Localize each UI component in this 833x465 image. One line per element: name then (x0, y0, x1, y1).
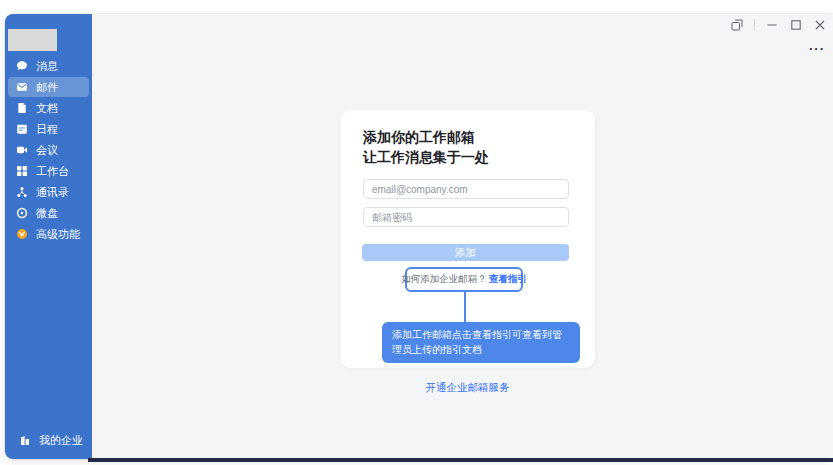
sidebar-item-label: 日程 (36, 122, 58, 137)
sidebar-item-mail[interactable]: 邮件 (8, 77, 89, 97)
contacts-orgchart-icon (16, 186, 28, 198)
sidebar-item-docs[interactable]: 文档 (8, 98, 89, 118)
drive-disk-icon (16, 207, 28, 219)
sidebar-item-label: 邮件 (36, 80, 58, 95)
sidebar-nav: 消息 邮件 文档 (5, 56, 92, 245)
sidebar-item-contacts[interactable]: 通讯录 (8, 182, 89, 202)
sidebar-item-meetings[interactable]: 会议 (8, 140, 89, 160)
add-button[interactable]: 添加 (362, 244, 569, 261)
sidebar-item-label: 微盘 (36, 206, 58, 221)
sidebar-item-label: 通讯录 (36, 185, 69, 200)
activate-enterprise-mail-link[interactable]: 开通企业邮箱服务 (340, 381, 595, 395)
building-icon (19, 434, 31, 446)
view-guide-link[interactable]: 查看指引 (489, 273, 527, 286)
more-menu-icon[interactable]: ··· (809, 42, 825, 56)
password-input[interactable] (363, 207, 569, 227)
sidebar-item-label: 工作台 (36, 164, 69, 179)
sidebar-item-my-enterprise[interactable]: 我的企业 (11, 430, 86, 450)
main-area: ··· 添加你的工作邮箱 让工作消息集于一处 添加 如何添加企业邮箱？ 查看指引… (92, 14, 833, 459)
sidebar-item-calendar[interactable]: 日程 (8, 119, 89, 139)
sidebar-item-drive[interactable]: 微盘 (8, 203, 89, 223)
email-input[interactable] (363, 179, 569, 199)
popout-icon[interactable] (730, 18, 744, 32)
advanced-features-icon (16, 228, 28, 240)
app-window: 消息 邮件 文档 (5, 14, 833, 459)
add-mailbox-card: 添加你的工作邮箱 让工作消息集于一处 添加 如何添加企业邮箱？ 查看指引 添加工… (340, 110, 595, 368)
sidebar-item-messages[interactable]: 消息 (8, 56, 89, 76)
minimize-icon[interactable] (765, 18, 779, 32)
sidebar-item-advanced[interactable]: 高级功能 (8, 224, 89, 244)
org-logo-placeholder (8, 29, 57, 51)
guide-question-text: 如何添加企业邮箱？ (401, 273, 487, 286)
maximize-icon[interactable] (789, 18, 803, 32)
close-icon[interactable] (813, 18, 827, 32)
screen: 消息 邮件 文档 (0, 0, 833, 465)
sidebar-item-label: 文档 (36, 101, 58, 116)
window-controls (730, 18, 827, 32)
sidebar-item-label: 高级功能 (36, 227, 80, 242)
sidebar-item-label: 会议 (36, 143, 58, 158)
mail-envelope-icon (16, 81, 28, 93)
sidebar-item-label: 消息 (36, 59, 58, 74)
document-icon (16, 102, 28, 114)
sidebar: 消息 邮件 文档 (5, 14, 92, 459)
guide-tooltip: 添加工作邮箱点击查看指引可查看到管理员上传的指引文档 (382, 322, 580, 363)
taskbar-edge (88, 458, 833, 462)
controls-divider (754, 19, 755, 31)
video-meeting-icon (16, 144, 28, 156)
chat-bubble-icon (16, 60, 28, 72)
card-title: 添加你的工作邮箱 让工作消息集于一处 (363, 127, 489, 167)
guide-hint-box: 如何添加企业邮箱？ 查看指引 (405, 267, 523, 292)
calendar-icon (16, 123, 28, 135)
tooltip-connector-line (464, 292, 466, 322)
sidebar-item-workbench[interactable]: 工作台 (8, 161, 89, 181)
sidebar-item-label: 我的企业 (39, 433, 83, 448)
workbench-grid-icon (16, 165, 28, 177)
